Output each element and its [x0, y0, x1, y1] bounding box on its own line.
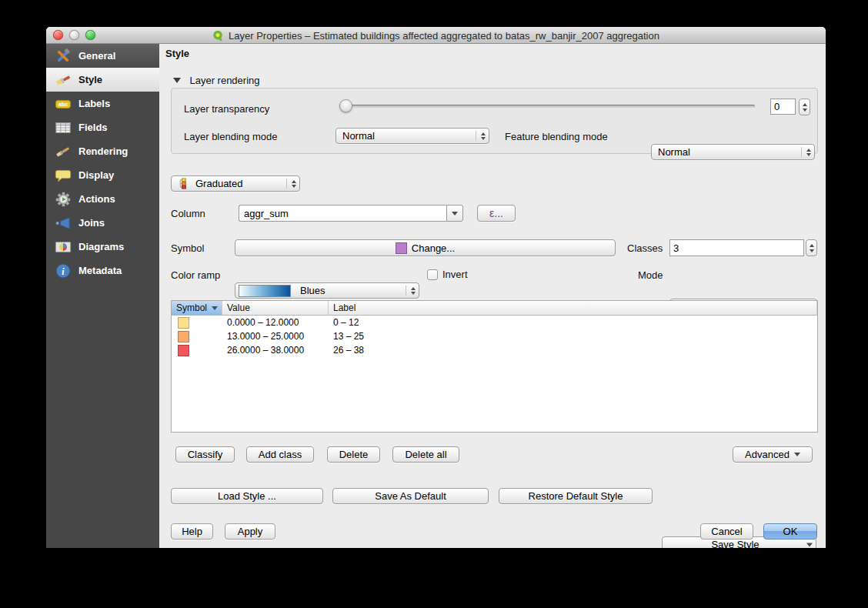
- class-label-cell[interactable]: 0 – 12: [329, 317, 817, 328]
- paintbrush-icon: [54, 71, 72, 89]
- popup-arrows-icon: [481, 132, 486, 140]
- classes-table-header: Symbol Value Label: [172, 301, 817, 316]
- symbol-color-swatch: [396, 242, 407, 254]
- symbol-change-button[interactable]: Change...: [235, 239, 616, 256]
- delete-all-button[interactable]: Delete all: [392, 446, 459, 463]
- speech-bubble-icon: [54, 166, 72, 185]
- ok-button[interactable]: OK: [763, 523, 817, 540]
- classes-input[interactable]: [669, 239, 804, 256]
- sidebar-item-rendering[interactable]: Rendering: [46, 139, 159, 163]
- slider-handle[interactable]: [339, 99, 352, 112]
- sidebar-item-label: Diagrams: [78, 241, 124, 252]
- sidebar-item-style[interactable]: Style: [46, 68, 159, 92]
- advanced-button[interactable]: Advanced: [733, 446, 813, 463]
- cancel-button[interactable]: Cancel: [700, 523, 753, 540]
- button-label: Advanced: [745, 449, 790, 460]
- column-combo[interactable]: [239, 205, 463, 222]
- column-header-value[interactable]: Value: [222, 301, 329, 316]
- sidebar-item-label: Rendering: [78, 145, 128, 157]
- class-value-cell[interactable]: 13.0000 – 25.0000: [222, 331, 329, 342]
- layer-rendering-section-toggle[interactable]: Layer rendering: [173, 73, 260, 87]
- layer-blending-mode-select[interactable]: Normal: [336, 128, 489, 144]
- sidebar-item-labels[interactable]: abc Labels: [46, 92, 159, 115]
- invert-checkbox[interactable]: [427, 269, 438, 280]
- gear-action-icon: [54, 190, 72, 209]
- stepper-up-icon[interactable]: [810, 244, 814, 247]
- combo-dropdown-button[interactable]: [446, 205, 463, 222]
- chevron-down-icon: [452, 212, 458, 215]
- class-value-cell[interactable]: 26.0000 – 38.0000: [222, 345, 329, 356]
- chevron-down-icon: [794, 453, 800, 456]
- column-input[interactable]: [239, 205, 446, 222]
- sidebar-item-metadata[interactable]: i Metadata: [46, 259, 159, 282]
- transparency-value-input[interactable]: [770, 99, 796, 115]
- help-button[interactable]: Help: [171, 523, 213, 540]
- slider-track[interactable]: [339, 105, 755, 108]
- delete-button[interactable]: Delete: [327, 446, 380, 463]
- save-as-default-button[interactable]: Save As Default: [332, 488, 489, 504]
- button-label: Restore Default Style: [529, 490, 623, 502]
- apply-button[interactable]: Apply: [225, 523, 275, 540]
- feature-blending-mode-value: Normal: [658, 146, 690, 158]
- sidebar-item-label: General: [78, 50, 115, 62]
- disclosure-triangle-icon: [173, 78, 181, 83]
- sidebar-item-general[interactable]: General: [46, 44, 159, 68]
- table-icon: [54, 119, 72, 137]
- sidebar-item-label: Joins: [78, 217, 105, 229]
- column-header-label[interactable]: Label: [329, 301, 817, 316]
- button-label: Add class: [259, 449, 302, 460]
- table-row[interactable]: 26.0000 – 38.0000 26 – 38: [172, 343, 817, 357]
- classify-button[interactable]: Classify: [175, 446, 235, 463]
- sidebar-item-label: Display: [78, 169, 114, 181]
- expression-builder-button[interactable]: ε...: [477, 205, 516, 222]
- class-label-cell[interactable]: 13 – 25: [329, 331, 817, 342]
- class-value-cell[interactable]: 0.0000 – 12.0000: [222, 317, 329, 328]
- layer-transparency-slider[interactable]: [339, 99, 755, 113]
- sidebar-item-diagrams[interactable]: Diagrams: [46, 235, 159, 259]
- add-class-button[interactable]: Add class: [246, 446, 314, 463]
- layer-transparency-label: Layer transparency: [184, 103, 269, 115]
- class-color-swatch[interactable]: [178, 317, 189, 329]
- window-title: Layer Properties – Estimated buildings a…: [229, 30, 659, 42]
- sidebar-item-display[interactable]: Display: [46, 163, 159, 187]
- brush-icon: [54, 142, 72, 161]
- class-color-swatch[interactable]: [178, 345, 189, 356]
- pie-chart-icon: [54, 238, 72, 256]
- qgis-app-icon: [212, 30, 224, 42]
- layer-properties-window: Layer Properties – Estimated buildings a…: [46, 27, 826, 548]
- sidebar: General Style abc Labels Fields Renderin…: [46, 44, 159, 548]
- symbol-label: Symbol: [171, 242, 204, 254]
- button-label: Delete all: [405, 449, 446, 460]
- restore-default-style-button[interactable]: Restore Default Style: [499, 488, 653, 504]
- color-ramp-select[interactable]: Blues: [235, 282, 419, 299]
- sidebar-item-label: Actions: [78, 193, 115, 205]
- classes-stepper[interactable]: [806, 239, 817, 256]
- renderer-type-select[interactable]: Graduated: [171, 175, 300, 192]
- page-title: Style: [165, 48, 189, 59]
- invert-checkbox-group[interactable]: Invert: [427, 269, 468, 280]
- sidebar-item-fields[interactable]: Fields: [46, 115, 159, 139]
- sidebar-item-label: Style: [78, 74, 102, 85]
- stepper-down-icon[interactable]: [810, 249, 814, 252]
- column-header-symbol[interactable]: Symbol: [172, 301, 222, 316]
- button-label: Cancel: [711, 526, 742, 537]
- color-ramp-value: Blues: [300, 285, 326, 296]
- sidebar-item-joins[interactable]: Joins: [46, 211, 159, 235]
- class-color-swatch[interactable]: [178, 331, 189, 342]
- transparency-stepper[interactable]: [799, 99, 810, 115]
- stepper-up-icon[interactable]: [803, 103, 807, 106]
- classes-table[interactable]: Symbol Value Label 0.0000 – 12.0000 0 – …: [171, 300, 818, 433]
- feature-blending-mode-label: Feature blending mode: [505, 131, 608, 142]
- mode-label: Mode: [638, 269, 663, 281]
- sidebar-item-actions[interactable]: Actions: [46, 187, 159, 211]
- titlebar[interactable]: Layer Properties – Estimated buildings a…: [46, 27, 826, 44]
- stepper-down-icon[interactable]: [803, 109, 807, 112]
- feature-blending-mode-select[interactable]: Normal: [651, 144, 815, 160]
- table-row[interactable]: 0.0000 – 12.0000 0 – 12: [172, 316, 817, 329]
- load-style-button[interactable]: Load Style ...: [171, 488, 323, 504]
- sidebar-item-label: Metadata: [78, 265, 122, 276]
- sidebar-item-label: Fields: [78, 122, 108, 133]
- table-row[interactable]: 13.0000 – 25.0000 13 – 25: [172, 329, 817, 343]
- class-label-cell[interactable]: 26 – 38: [329, 345, 817, 356]
- change-button-label: Change...: [412, 242, 455, 254]
